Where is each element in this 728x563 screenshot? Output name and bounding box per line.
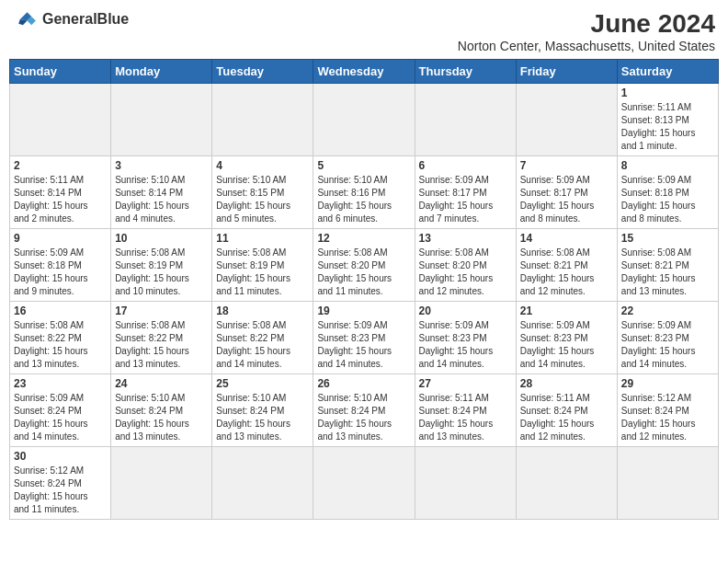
logo: GeneralBlue xyxy=(13,9,129,29)
day-number: 24 xyxy=(115,377,208,390)
logo-text: GeneralBlue xyxy=(42,11,129,28)
day-of-week-header: Wednesday xyxy=(313,60,415,84)
calendar-cell: 22Sunrise: 5:09 AM Sunset: 8:23 PM Dayli… xyxy=(617,302,718,374)
day-number: 2 xyxy=(14,159,107,172)
day-info: Sunrise: 5:09 AM Sunset: 8:24 PM Dayligh… xyxy=(14,392,107,443)
calendar-header-row: SundayMondayTuesdayWednesdayThursdayFrid… xyxy=(10,60,719,84)
day-info: Sunrise: 5:08 AM Sunset: 8:21 PM Dayligh… xyxy=(520,247,613,298)
calendar-cell: 11Sunrise: 5:08 AM Sunset: 8:19 PM Dayli… xyxy=(212,229,313,302)
day-number: 3 xyxy=(115,159,208,172)
calendar-week-row: 16Sunrise: 5:08 AM Sunset: 8:22 PM Dayli… xyxy=(10,302,719,374)
location: Norton Center, Massachusetts, United Sta… xyxy=(458,39,715,53)
calendar-cell: 7Sunrise: 5:09 AM Sunset: 8:17 PM Daylig… xyxy=(516,156,617,229)
day-number: 21 xyxy=(520,304,613,317)
day-number: 28 xyxy=(520,377,613,390)
calendar-cell xyxy=(313,84,415,156)
calendar-cell xyxy=(10,84,111,156)
day-number: 5 xyxy=(317,159,410,172)
calendar-cell: 28Sunrise: 5:11 AM Sunset: 8:24 PM Dayli… xyxy=(516,374,617,447)
calendar-cell xyxy=(111,447,212,520)
calendar-week-row: 9Sunrise: 5:09 AM Sunset: 8:18 PM Daylig… xyxy=(10,229,719,302)
day-number: 23 xyxy=(14,377,107,390)
day-info: Sunrise: 5:08 AM Sunset: 8:19 PM Dayligh… xyxy=(216,247,309,298)
day-info: Sunrise: 5:09 AM Sunset: 8:23 PM Dayligh… xyxy=(621,319,714,371)
day-info: Sunrise: 5:08 AM Sunset: 8:21 PM Dayligh… xyxy=(621,247,714,298)
calendar-cell: 20Sunrise: 5:09 AM Sunset: 8:23 PM Dayli… xyxy=(415,302,516,374)
calendar-cell: 29Sunrise: 5:12 AM Sunset: 8:24 PM Dayli… xyxy=(617,374,718,447)
day-number: 7 xyxy=(520,159,613,172)
calendar-cell: 13Sunrise: 5:08 AM Sunset: 8:20 PM Dayli… xyxy=(415,229,516,302)
page-header: GeneralBlue June 2024 Norton Center, Mas… xyxy=(9,9,719,53)
calendar-week-row: 2Sunrise: 5:11 AM Sunset: 8:14 PM Daylig… xyxy=(10,156,719,229)
day-info: Sunrise: 5:09 AM Sunset: 8:17 PM Dayligh… xyxy=(520,174,613,225)
calendar-cell: 12Sunrise: 5:08 AM Sunset: 8:20 PM Dayli… xyxy=(313,229,415,302)
day-number: 27 xyxy=(419,377,512,390)
day-info: Sunrise: 5:12 AM Sunset: 8:24 PM Dayligh… xyxy=(14,465,107,516)
day-number: 14 xyxy=(520,232,613,245)
day-number: 15 xyxy=(621,232,714,245)
day-number: 25 xyxy=(216,377,309,390)
calendar-cell: 10Sunrise: 5:08 AM Sunset: 8:19 PM Dayli… xyxy=(111,229,212,302)
day-info: Sunrise: 5:08 AM Sunset: 8:22 PM Dayligh… xyxy=(216,319,309,371)
day-number: 11 xyxy=(216,232,309,245)
calendar-cell xyxy=(617,447,718,520)
calendar-cell: 17Sunrise: 5:08 AM Sunset: 8:22 PM Dayli… xyxy=(111,302,212,374)
calendar-cell: 8Sunrise: 5:09 AM Sunset: 8:18 PM Daylig… xyxy=(617,156,718,229)
day-info: Sunrise: 5:08 AM Sunset: 8:22 PM Dayligh… xyxy=(115,319,208,371)
day-info: Sunrise: 5:11 AM Sunset: 8:24 PM Dayligh… xyxy=(520,392,613,443)
calendar-cell: 4Sunrise: 5:10 AM Sunset: 8:15 PM Daylig… xyxy=(212,156,313,229)
day-of-week-header: Monday xyxy=(111,60,212,84)
calendar-cell: 18Sunrise: 5:08 AM Sunset: 8:22 PM Dayli… xyxy=(212,302,313,374)
day-number: 22 xyxy=(621,304,714,317)
calendar-cell: 27Sunrise: 5:11 AM Sunset: 8:24 PM Dayli… xyxy=(415,374,516,447)
day-number: 29 xyxy=(621,377,714,390)
day-info: Sunrise: 5:11 AM Sunset: 8:13 PM Dayligh… xyxy=(621,101,714,153)
calendar-cell: 24Sunrise: 5:10 AM Sunset: 8:24 PM Dayli… xyxy=(111,374,212,447)
calendar-cell xyxy=(212,447,313,520)
day-of-week-header: Tuesday xyxy=(212,60,313,84)
calendar-cell xyxy=(415,447,516,520)
day-info: Sunrise: 5:10 AM Sunset: 8:15 PM Dayligh… xyxy=(216,174,309,225)
day-info: Sunrise: 5:09 AM Sunset: 8:18 PM Dayligh… xyxy=(14,247,107,298)
calendar-cell: 26Sunrise: 5:10 AM Sunset: 8:24 PM Dayli… xyxy=(313,374,415,447)
day-info: Sunrise: 5:10 AM Sunset: 8:24 PM Dayligh… xyxy=(115,392,208,443)
calendar-cell: 9Sunrise: 5:09 AM Sunset: 8:18 PM Daylig… xyxy=(10,229,111,302)
day-info: Sunrise: 5:10 AM Sunset: 8:16 PM Dayligh… xyxy=(317,174,410,225)
day-number: 19 xyxy=(317,304,410,317)
calendar-cell: 2Sunrise: 5:11 AM Sunset: 8:14 PM Daylig… xyxy=(10,156,111,229)
day-info: Sunrise: 5:09 AM Sunset: 8:23 PM Dayligh… xyxy=(419,319,512,371)
day-info: Sunrise: 5:08 AM Sunset: 8:20 PM Dayligh… xyxy=(317,247,410,298)
day-number: 13 xyxy=(419,232,512,245)
day-info: Sunrise: 5:09 AM Sunset: 8:18 PM Dayligh… xyxy=(621,174,714,225)
calendar-cell: 30Sunrise: 5:12 AM Sunset: 8:24 PM Dayli… xyxy=(10,447,111,520)
day-number: 12 xyxy=(317,232,410,245)
calendar-cell: 19Sunrise: 5:09 AM Sunset: 8:23 PM Dayli… xyxy=(313,302,415,374)
calendar-cell xyxy=(111,84,212,156)
day-number: 20 xyxy=(419,304,512,317)
calendar-cell: 16Sunrise: 5:08 AM Sunset: 8:22 PM Dayli… xyxy=(10,302,111,374)
day-number: 17 xyxy=(115,304,208,317)
day-of-week-header: Saturday xyxy=(617,60,718,84)
day-info: Sunrise: 5:10 AM Sunset: 8:14 PM Dayligh… xyxy=(115,174,208,225)
day-number: 26 xyxy=(317,377,410,390)
calendar-cell xyxy=(212,84,313,156)
day-info: Sunrise: 5:08 AM Sunset: 8:20 PM Dayligh… xyxy=(419,247,512,298)
day-number: 4 xyxy=(216,159,309,172)
day-number: 1 xyxy=(621,86,714,99)
day-of-week-header: Sunday xyxy=(10,60,111,84)
calendar-cell: 23Sunrise: 5:09 AM Sunset: 8:24 PM Dayli… xyxy=(10,374,111,447)
calendar-cell: 1Sunrise: 5:11 AM Sunset: 8:13 PM Daylig… xyxy=(617,84,718,156)
calendar-cell xyxy=(313,447,415,520)
day-info: Sunrise: 5:12 AM Sunset: 8:24 PM Dayligh… xyxy=(621,392,714,443)
day-number: 10 xyxy=(115,232,208,245)
calendar-cell: 21Sunrise: 5:09 AM Sunset: 8:23 PM Dayli… xyxy=(516,302,617,374)
day-number: 16 xyxy=(14,304,107,317)
day-number: 30 xyxy=(14,450,107,463)
day-number: 6 xyxy=(419,159,512,172)
day-info: Sunrise: 5:10 AM Sunset: 8:24 PM Dayligh… xyxy=(317,392,410,443)
day-of-week-header: Thursday xyxy=(415,60,516,84)
day-info: Sunrise: 5:08 AM Sunset: 8:22 PM Dayligh… xyxy=(14,319,107,371)
day-info: Sunrise: 5:09 AM Sunset: 8:23 PM Dayligh… xyxy=(520,319,613,371)
calendar-cell: 3Sunrise: 5:10 AM Sunset: 8:14 PM Daylig… xyxy=(111,156,212,229)
title-area: June 2024 Norton Center, Massachusetts, … xyxy=(458,9,715,53)
